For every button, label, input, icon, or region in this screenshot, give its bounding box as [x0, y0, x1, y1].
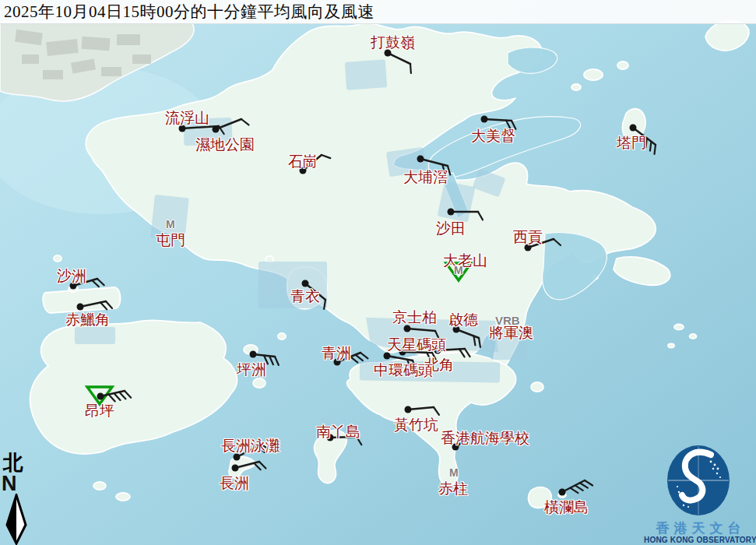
station-label[interactable]: 沙洲 — [57, 269, 86, 284]
title-bar: 2025年10月04日15時00分的十分鐘平均風向及風速 — [0, 0, 756, 24]
station-label[interactable]: 中環碼頭 — [374, 363, 433, 378]
stations-layer: 打鼓嶺流浮山濕地公園石崗大美督塔門大埔滘沙田西貢大老山M屯門M沙洲赤鱲角青衣京士… — [0, 0, 756, 545]
north-compass: 北 N — [2, 453, 33, 545]
station-label[interactable]: 黃竹坑 — [394, 417, 438, 433]
north-arrow-icon — [2, 494, 30, 545]
station-label[interactable]: 塔門 — [617, 135, 646, 151]
station-label[interactable]: 石崗 — [288, 154, 318, 170]
station-label[interactable]: 將軍澳 — [489, 325, 533, 341]
variable-wind-indicator: VRB — [495, 314, 520, 327]
station-label[interactable]: 沙田 — [436, 221, 466, 237]
station-label[interactable]: 大美督 — [471, 128, 515, 144]
station-label[interactable]: 南丫島 — [316, 424, 360, 440]
station-label[interactable]: 赤柱 — [438, 481, 468, 497]
station-label[interactable]: 大老山 — [443, 253, 487, 269]
station-label[interactable]: 坪洲 — [237, 362, 266, 378]
station-label[interactable]: 大埔滘 — [403, 170, 448, 185]
station-label[interactable]: 流浮山 — [165, 111, 209, 126]
hko-logo-chinese: 香港天文台 — [644, 521, 756, 536]
wind-map-page: 打鼓嶺流浮山濕地公園石崗大美督塔門大埔滘沙田西貢大老山M屯門M沙洲赤鱲角青衣京士… — [0, 0, 756, 545]
station-label[interactable]: 青洲 — [322, 346, 351, 361]
station-label[interactable]: 西貢 — [513, 230, 543, 245]
map-title: 2025年10月04日15時00分的十分鐘平均風向及風速 — [4, 1, 374, 23]
station-label[interactable]: 香港航海學校 — [441, 431, 529, 446]
station-label[interactable]: 天星碼頭 — [387, 337, 446, 353]
hko-logo: 香港天文台 HONG KONG OBSERVATORY — [644, 445, 753, 545]
station-label[interactable]: 橫瀾島 — [544, 500, 589, 515]
station-label[interactable]: 昂坪 — [85, 403, 114, 419]
station-label[interactable]: 長洲泳灘 — [221, 438, 280, 454]
station-label[interactable]: 京士柏 — [392, 310, 437, 325]
missing-data-indicator: M — [166, 218, 175, 230]
north-letter-label: N — [2, 473, 33, 494]
station-label[interactable]: 打鼓嶺 — [371, 35, 415, 51]
station-label[interactable]: 長洲 — [220, 476, 249, 491]
hko-logo-icon — [666, 445, 731, 518]
missing-data-indicator: M — [454, 264, 463, 276]
station-label[interactable]: 濕地公園 — [195, 137, 255, 153]
missing-data-indicator: M — [449, 466, 459, 479]
station-label[interactable]: 赤鱲角 — [65, 312, 110, 328]
hko-logo-english: HONG KONG OBSERVATORY — [644, 536, 753, 545]
station-label[interactable]: 屯門 — [156, 233, 185, 248]
station-label[interactable]: 啟德 — [448, 312, 478, 328]
north-hanzi-label: 北 — [3, 453, 33, 473]
station-label[interactable]: 青衣 — [290, 289, 320, 304]
